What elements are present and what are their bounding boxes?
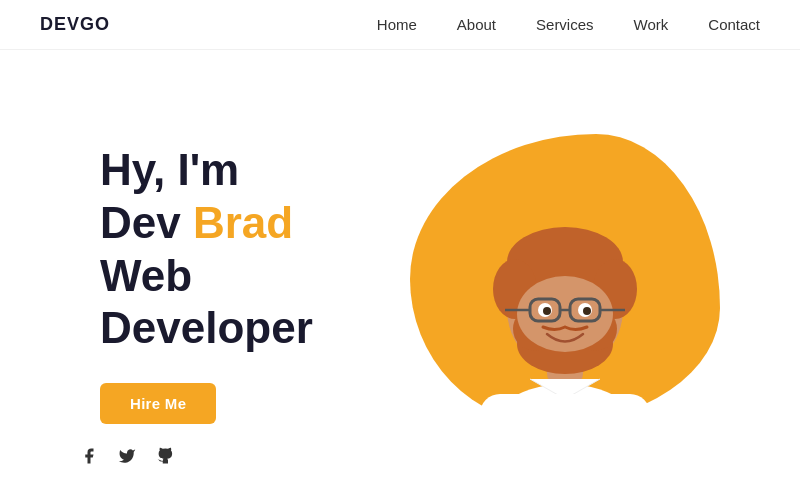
hero-section: Hy, I'm Dev Brad Web Developer Hire Me: [0, 50, 800, 498]
twitter-icon[interactable]: [118, 447, 136, 470]
person-image: [435, 144, 695, 424]
social-icons: [80, 447, 174, 470]
nav-services[interactable]: Services: [536, 16, 594, 33]
navbar: DEVGO Home About Services Work Contact: [0, 0, 800, 50]
github-icon[interactable]: [156, 447, 174, 470]
brand-logo: DEVGO: [40, 14, 110, 35]
svg-point-18: [583, 307, 591, 315]
nav-links: Home About Services Work Contact: [377, 16, 760, 34]
hire-me-button[interactable]: Hire Me: [100, 383, 216, 424]
hero-title: Web Developer: [100, 251, 313, 353]
hero-image-area: [410, 114, 720, 454]
hero-name-prefix: Dev: [100, 198, 193, 247]
person-illustration: [435, 144, 695, 424]
nav-contact[interactable]: Contact: [708, 16, 760, 33]
nav-home[interactable]: Home: [377, 16, 417, 33]
svg-point-17: [543, 307, 551, 315]
hero-text: Hy, I'm Dev Brad Web Developer Hire Me: [100, 144, 410, 424]
nav-work[interactable]: Work: [634, 16, 669, 33]
hero-heading: Hy, I'm Dev Brad Web Developer: [100, 144, 410, 355]
hero-name-accent: Brad: [193, 198, 293, 247]
nav-about[interactable]: About: [457, 16, 496, 33]
facebook-icon[interactable]: [80, 447, 98, 470]
svg-rect-19: [480, 394, 650, 424]
hero-greeting: Hy, I'm: [100, 145, 239, 194]
